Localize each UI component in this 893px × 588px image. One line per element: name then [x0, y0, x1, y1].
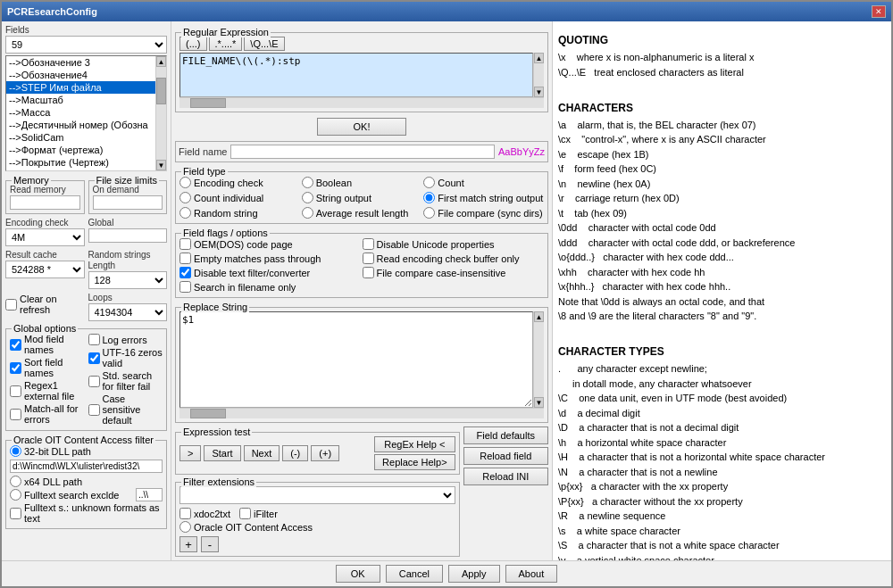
regex-input[interactable]: FILE_NAME\(\(.*):stp [179, 53, 533, 97]
regex-h-scroll-thumb[interactable] [190, 98, 226, 108]
clear-refresh-checkbox[interactable] [5, 299, 17, 311]
list-item[interactable]: -->SolidCam [6, 131, 155, 144]
ft-boolean-label: Boolean [316, 178, 352, 188]
regex-btn1[interactable]: (...) [179, 37, 207, 51]
on-demand-input[interactable]: 1000 [93, 195, 163, 210]
result-cache-select[interactable]: 524288 * [5, 261, 85, 278]
field-name-input[interactable]: STEP Имя файла [230, 145, 495, 159]
xdoc2txt-checkbox[interactable] [179, 508, 191, 519]
match-all-checkbox[interactable] [10, 409, 21, 420]
log-errors-checkbox[interactable] [88, 334, 100, 345]
regex-help-button[interactable]: RegEx Help < [374, 436, 455, 452]
path-32bit-input[interactable] [10, 460, 163, 473]
list-item[interactable]: -->Масштаб [6, 94, 155, 106]
ft-count-individual-radio[interactable] [179, 192, 191, 203]
replace-h-scroll[interactable] [179, 408, 544, 418]
list-item[interactable]: -->Обозначение 3 [6, 56, 155, 69]
std-search-checkbox[interactable] [88, 376, 100, 387]
replace-h-scroll-thumb[interactable] [190, 409, 226, 418]
about-button[interactable]: About [505, 565, 558, 583]
ff-empty-matches-checkbox[interactable] [179, 253, 191, 264]
close-button[interactable]: ✕ [872, 5, 886, 18]
ff-oemdos-checkbox[interactable] [179, 238, 191, 250]
ft-boolean-radio[interactable] [302, 177, 313, 188]
filter-ext-select[interactable] [179, 486, 455, 504]
expr-plus-button[interactable]: (+) [311, 445, 339, 461]
replace-scrollbar[interactable]: ▲ ▼ [533, 311, 544, 408]
regex-h-scroll[interactable] [179, 97, 544, 108]
expr-next-button[interactable]: Next [244, 445, 280, 461]
replace-textarea[interactable]: $1 [179, 311, 533, 408]
expr-minus-button[interactable]: (-) [282, 445, 308, 461]
length-select[interactable]: 128 [88, 271, 168, 289]
ok-button[interactable]: OK! [317, 118, 407, 136]
radio-32bit[interactable] [10, 445, 21, 457]
loops-select[interactable]: 4194304 [88, 303, 168, 321]
encoding-check-label: Encoding check [5, 218, 85, 228]
sort-field-label: Sort field names [24, 357, 85, 378]
xdoc2txt-label: xdoc2txt [194, 509, 230, 519]
regex-btn3[interactable]: \Q...\E [244, 37, 284, 51]
expr-go-button[interactable]: > [179, 445, 201, 461]
ft-random-string-radio[interactable] [179, 207, 191, 219]
filter-add-button[interactable]: + [179, 536, 197, 552]
fulltext-unknown-checkbox[interactable] [10, 508, 21, 519]
ff-disable-unicode-checkbox[interactable] [363, 238, 374, 250]
read-memory-input[interactable]: 100 [10, 195, 80, 210]
reload-col: Field defaults Reload field Reload INI [463, 427, 548, 557]
ok-bottom-button[interactable]: OK [336, 565, 380, 583]
reload-ini-button[interactable]: Reload INI [463, 468, 548, 485]
ft-encoding-radio[interactable] [179, 177, 191, 188]
ff-file-compare-case-checkbox[interactable] [363, 267, 374, 278]
regex-scrollbar[interactable]: ▲ ▼ [533, 53, 544, 97]
radio-64bit[interactable] [10, 476, 21, 487]
radio-fulltext[interactable] [10, 489, 21, 501]
field-defaults-button[interactable]: Field defaults [463, 427, 548, 444]
reload-field-button[interactable]: Reload field [463, 447, 548, 465]
scroll-thumb[interactable] [156, 78, 166, 104]
replace-scroll-down[interactable]: ▼ [534, 397, 544, 408]
ft-file-compare-radio[interactable] [423, 207, 435, 219]
scroll-up-arrow[interactable]: ▲ [156, 56, 166, 67]
encoding-check-select[interactable]: 4M2M8M [5, 228, 85, 246]
utf16-checkbox[interactable] [88, 352, 100, 364]
list-item[interactable]: -->Масса [6, 106, 155, 119]
sort-field-checkbox[interactable] [10, 362, 21, 374]
ifilter-checkbox[interactable] [239, 508, 251, 519]
list-item[interactable]: -->Масштаб (Чертежа) [6, 169, 155, 170]
cancel-button[interactable]: Cancel [386, 565, 443, 583]
list-item-selected[interactable]: -->STEP Имя файла [6, 81, 155, 94]
ft-first-match-row: First match string output [423, 191, 544, 204]
ff-read-encoding-checkbox[interactable] [363, 253, 374, 264]
list-item[interactable]: -->Десятичный номер (Обозна [6, 119, 155, 131]
filter-remove-button[interactable]: - [201, 536, 219, 552]
fields-select[interactable]: 59 [5, 36, 167, 54]
list-item[interactable]: -->Обозначение4 [6, 69, 155, 81]
list-scrollbar[interactable]: ▲ ▼ [155, 56, 166, 170]
ft-average-radio[interactable] [302, 207, 313, 219]
expr-test-section: Expression test > Start Next (-) (+) Reg… [175, 432, 460, 475]
scroll-down-arrow[interactable]: ▼ [156, 160, 166, 170]
list-item[interactable]: -->Покрытие (Чертеж) [6, 156, 155, 169]
oracle-oit-radio[interactable] [179, 521, 191, 533]
regex-scroll-down[interactable]: ▼ [534, 87, 544, 97]
mod-field-checkbox[interactable] [10, 339, 21, 351]
replace-scroll-up[interactable]: ▲ [534, 311, 544, 322]
ft-count-radio[interactable] [423, 177, 435, 188]
apply-button[interactable]: Apply [448, 565, 500, 583]
case-sensitive-checkbox[interactable] [88, 404, 100, 416]
ff-oemdos-row: OEM(DOS) code page [179, 237, 362, 251]
list-item[interactable]: -->Формат (чертежа) [6, 144, 155, 156]
ff-disable-text-checkbox[interactable] [179, 267, 191, 278]
fulltext-path-input[interactable] [136, 488, 163, 501]
clear-refresh-label: Clear on refresh [20, 294, 85, 315]
ft-first-match-radio[interactable] [423, 192, 435, 203]
ff-search-filename-checkbox[interactable] [179, 281, 191, 293]
replace-help-button[interactable]: Replace Help> [374, 454, 455, 470]
global-input[interactable]: 2048 [88, 228, 168, 243]
regex-scroll-up[interactable]: ▲ [534, 53, 544, 63]
regex-btn2[interactable]: .*....* [209, 37, 243, 51]
regex1-checkbox[interactable] [10, 385, 21, 397]
expr-start-button[interactable]: Start [204, 445, 240, 461]
ft-string-output-radio[interactable] [302, 192, 313, 203]
